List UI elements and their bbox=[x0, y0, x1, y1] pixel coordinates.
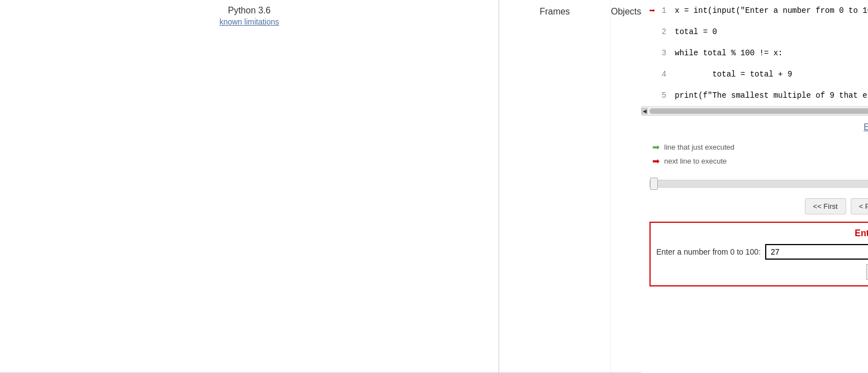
line-code-2: total = 0 bbox=[672, 21, 868, 42]
legend-red-label: next line to execute bbox=[664, 157, 727, 165]
user-input-section: Enter user input: Enter a number from 0 … bbox=[649, 222, 868, 286]
first-button[interactable]: << First bbox=[805, 198, 846, 214]
table-row: 5 print(f"The smallest multiple of 9 tha… bbox=[641, 85, 868, 106]
line-number-3: 3 bbox=[658, 42, 672, 64]
scrollbar-track bbox=[649, 108, 868, 114]
frames-header: Frames bbox=[499, 0, 611, 372]
edit-link-container: Edit this code bbox=[641, 116, 868, 139]
scroll-left-icon[interactable]: ◀ bbox=[641, 108, 648, 114]
code-header-area: Python 3.6 known limitations bbox=[0, 0, 499, 372]
top-header: Python 3.6 known limitations Frames Obje… bbox=[0, 0, 641, 373]
table-row: ➡ 1 x = int(input("Enter a number from 0… bbox=[641, 0, 868, 21]
line-code-5: print(f"The smallest multiple of 9 that … bbox=[672, 85, 868, 106]
line-code-1: x = int(input("Enter a number from 0 to … bbox=[672, 0, 868, 21]
green-arrow-icon: ➡ bbox=[652, 142, 660, 152]
main-container: Python 3.6 known limitations Frames Obje… bbox=[0, 0, 868, 373]
line-indicator-5 bbox=[641, 85, 658, 106]
line-indicator-4 bbox=[641, 64, 658, 85]
line-code-3: while total % 100 != x: bbox=[672, 42, 868, 64]
table-row: 3 while total % 100 != x: bbox=[641, 42, 868, 64]
line-number-2: 2 bbox=[658, 21, 672, 42]
line-indicator-2 bbox=[641, 21, 658, 42]
slider-container bbox=[641, 175, 868, 194]
line-indicator-3 bbox=[641, 42, 658, 64]
right-header: Frames Objects bbox=[499, 0, 641, 372]
user-input-field[interactable] bbox=[765, 244, 868, 260]
horizontal-scrollbar[interactable]: ◀ ▶ bbox=[641, 107, 868, 116]
code-area: ➡ 1 x = int(input("Enter a number from 0… bbox=[641, 0, 868, 107]
scrollbar-thumb[interactable] bbox=[649, 108, 868, 114]
user-input-title: Enter user input: bbox=[656, 228, 868, 238]
python-version-title: Python 3.6 bbox=[0, 6, 499, 16]
body-row: ➡ 1 x = int(input("Enter a number from 0… bbox=[641, 0, 868, 373]
input-row: Enter a number from 0 to 100: bbox=[656, 244, 868, 260]
known-limitations-link[interactable]: known limitations bbox=[220, 17, 279, 26]
line-number-4: 4 bbox=[658, 64, 672, 85]
nav-buttons: << First < Prev Next > Last >> bbox=[641, 194, 868, 219]
legend-green-label: line that just executed bbox=[664, 143, 734, 151]
line-code-4: total = total + 9 bbox=[672, 64, 868, 85]
line-number-5: 5 bbox=[658, 85, 672, 106]
legend-green: ➡ line that just executed bbox=[652, 142, 868, 152]
edit-this-code-link[interactable]: Edit this code bbox=[864, 122, 868, 132]
table-row: 2 total = 0 bbox=[641, 21, 868, 42]
input-prompt-label: Enter a number from 0 to 100: bbox=[656, 247, 761, 256]
line-indicator-1: ➡ bbox=[641, 0, 658, 21]
code-table: ➡ 1 x = int(input("Enter a number from 0… bbox=[641, 0, 868, 106]
red-arrow-icon: ➡ bbox=[649, 6, 655, 17]
step-slider[interactable] bbox=[649, 180, 868, 188]
prev-button[interactable]: < Prev bbox=[851, 198, 868, 214]
line-number-1: 1 bbox=[658, 0, 672, 21]
legend-red: ➡ next line to execute bbox=[652, 156, 868, 166]
red-legend-arrow-icon: ➡ bbox=[652, 156, 660, 166]
table-row: 4 total = total + 9 bbox=[641, 64, 868, 85]
left-panel: ➡ 1 x = int(input("Enter a number from 0… bbox=[641, 0, 868, 373]
objects-header: Objects bbox=[611, 0, 641, 372]
legend-container: ➡ line that just executed ➡ next line to… bbox=[641, 139, 868, 175]
submit-btn-row: Submit bbox=[656, 264, 868, 280]
